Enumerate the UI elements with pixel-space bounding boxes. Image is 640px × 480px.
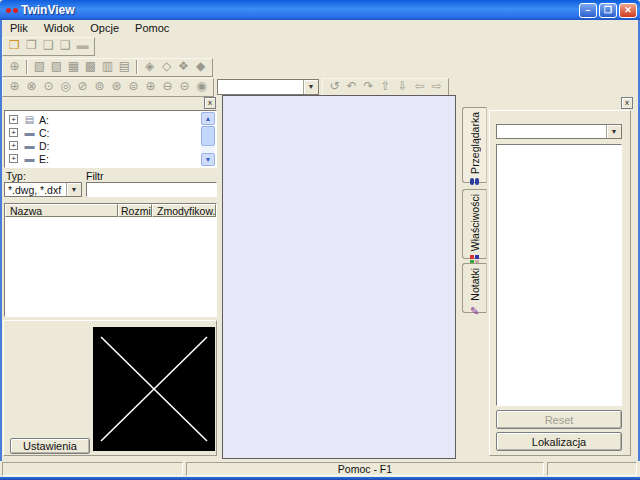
placeholder-x-icon <box>93 327 215 451</box>
open-file-icon[interactable]: ❒ <box>6 38 23 54</box>
properties-icon <box>470 255 474 259</box>
view-iso-ne-icon: ▦ <box>65 59 82 75</box>
pan-up-icon: ⇧ <box>377 79 394 95</box>
location-button[interactable]: Lokalizacja <box>496 432 622 451</box>
pan-realtime-icon: ◎ <box>57 79 74 95</box>
menu-opcje[interactable]: Opcje <box>82 21 127 35</box>
expand-icon[interactable]: + <box>9 154 18 163</box>
toolbar-zoom: ⊕⊗⊙◎⊘⊚⊛⊜⊕⊖⊝◉ ▼ ↺↶↷⇧⇩⇦⇨ <box>2 77 449 97</box>
file-type-combobox[interactable]: *.dwg, *.dxf ▼ <box>4 182 82 197</box>
zoom-scale-combobox[interactable]: ▼ <box>217 79 319 95</box>
preview-image <box>93 327 215 451</box>
chevron-down-icon[interactable]: ▼ <box>66 183 81 196</box>
view-iso-se-icon: ▨ <box>48 59 65 75</box>
cd-drive-icon: ⊙ <box>23 166 36 168</box>
chevron-down-icon[interactable]: ▼ <box>606 125 621 138</box>
column-nazwa[interactable]: Nazwa <box>5 204 118 217</box>
app-window: TwinView – ❐ ✕ Plik Widok Opcje Pomoc ❒❐… <box>0 0 640 480</box>
expand-icon[interactable]: + <box>9 167 18 168</box>
tab-label: Przeglądarka <box>469 112 481 174</box>
tree-scrollbar[interactable]: ▲ ▼ <box>201 112 215 166</box>
close-right-panel-button[interactable]: x <box>621 97 633 109</box>
filter-label: Filtr <box>86 170 104 182</box>
tab-przegladarka[interactable]: Przeglądarka <box>462 107 487 183</box>
status-left <box>2 462 183 476</box>
tree-item-drive-c[interactable]: +▬C: <box>5 126 216 139</box>
scroll-down-icon[interactable]: ▼ <box>201 153 215 166</box>
zoom-in-icon: ⊕ <box>142 79 159 95</box>
preview-panel: Ustawienia <box>3 320 217 456</box>
tree-item-drive-e[interactable]: +▬E: <box>5 152 216 165</box>
tree-item-drive-a[interactable]: +▤A: <box>5 113 216 126</box>
tab-wlasciwosci[interactable]: Właściwości <box>462 189 487 259</box>
column-rozmiar[interactable]: Rozmiar <box>118 204 152 217</box>
print-setup-icon: ❑ <box>57 38 74 54</box>
filter-input[interactable] <box>86 182 217 197</box>
hard-drive-icon: ▬ <box>23 127 36 138</box>
shade-wireframe-icon: ◈ <box>141 59 158 75</box>
toolbar-view: ⊕▧▨▦▩▥▤◈◇❖◆ <box>2 57 213 77</box>
app-icon <box>6 8 11 13</box>
status-right <box>547 462 637 476</box>
tab-notatki[interactable]: Notatki ✎ <box>462 263 487 313</box>
drawing-canvas[interactable] <box>222 95 456 459</box>
tree-item-label: D: <box>39 140 50 152</box>
view-iso-sw-icon: ▧ <box>31 59 48 75</box>
pen-icon: ✎ <box>470 305 479 317</box>
expand-icon[interactable]: + <box>9 115 18 124</box>
floppy-drive-icon: ▤ <box>23 114 36 125</box>
zoom-extents-icon: ⊝ <box>176 79 193 95</box>
viewer-combobox[interactable]: ▼ <box>496 124 622 139</box>
zoom-center-icon: ⊚ <box>91 79 108 95</box>
menu-widok[interactable]: Widok <box>36 21 83 35</box>
view-top-icon: ▥ <box>99 59 116 75</box>
hard-drive-icon: ▬ <box>23 153 36 164</box>
file-type-value: *.dwg, *.dxf <box>5 183 66 196</box>
window-title: TwinView <box>21 3 75 17</box>
zoom-scale-value <box>218 80 303 94</box>
print-icon: ❐ <box>23 38 40 54</box>
view-front-icon: ▤ <box>116 59 133 75</box>
minimize-button[interactable]: – <box>579 3 597 18</box>
chevron-down-icon[interactable]: ▼ <box>303 80 318 94</box>
tree-item-label: F: <box>39 166 48 169</box>
menu-pomoc[interactable]: Pomoc <box>127 21 177 35</box>
settings-button[interactable]: Ustawienia <box>10 438 90 454</box>
tree-item-label: E: <box>39 153 49 165</box>
close-left-panel-button[interactable]: x <box>204 97 216 109</box>
tree-item-label: A: <box>39 114 49 126</box>
tab-label: Właściwości <box>469 194 481 251</box>
expand-icon[interactable]: + <box>9 128 18 137</box>
pan-point-icon: ⊕ <box>6 59 23 75</box>
tree-item-drive-d[interactable]: +▬D: <box>5 139 216 152</box>
scroll-up-icon[interactable]: ▲ <box>201 112 215 125</box>
viewer-combo-value <box>497 125 606 138</box>
restore-button[interactable]: ❐ <box>599 3 617 18</box>
close-button[interactable]: ✕ <box>619 3 637 18</box>
print-preview-icon: ❑ <box>40 38 57 54</box>
shade-smooth-icon: ◆ <box>192 59 209 75</box>
type-label: Typ: <box>6 170 26 182</box>
toolbar-file: ❒❐❑❑▬ <box>2 36 95 56</box>
zoom-dynamic-icon: ⊗ <box>23 79 40 95</box>
tree-item-drive-f[interactable]: +⊙F: <box>5 165 216 168</box>
zoom-out-icon: ⊖ <box>159 79 176 95</box>
viewer-content <box>496 144 622 406</box>
binoculars-icon <box>470 178 474 185</box>
pan-down-icon: ⇩ <box>394 79 411 95</box>
scrollbar-thumb[interactable] <box>201 126 215 146</box>
menu-bar: Plik Widok Opcje Pomoc <box>2 20 638 36</box>
plot-area-icon: ▬ <box>74 38 91 54</box>
hard-drive-icon: ▬ <box>23 140 36 151</box>
toolbar-separator <box>136 60 138 74</box>
toolbar-separator <box>26 60 28 74</box>
title-bar[interactable]: TwinView – ❐ ✕ <box>0 0 640 20</box>
column-zmodyfikowany[interactable]: Zmodyfikow... <box>152 204 216 217</box>
expand-icon[interactable]: + <box>9 141 18 150</box>
view-iso-nw-icon: ▩ <box>82 59 99 75</box>
rotate-right-icon: ↷ <box>360 79 377 95</box>
menu-plik[interactable]: Plik <box>2 21 36 35</box>
pan-drag-icon: ⊘ <box>74 79 91 95</box>
tree-item-label: C: <box>39 127 50 139</box>
zoom-previous-icon: ⊜ <box>125 79 142 95</box>
